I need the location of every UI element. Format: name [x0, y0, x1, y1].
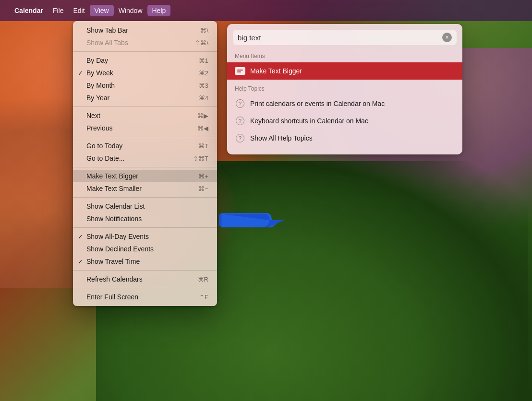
menu-item-shortcut: ⇧⌘T: [193, 155, 208, 162]
menu-item-label: Show Calendar List: [86, 202, 145, 210]
help-section-help-topics-label: Help Topics: [227, 83, 462, 94]
menubar-view[interactable]: View: [90, 5, 114, 16]
help-result-keyboard-shortcuts[interactable]: ? Keyboard shortcuts in Calendar on Mac: [227, 112, 462, 130]
menu-item-label: Go to Date...: [86, 154, 124, 162]
help-result-label: Keyboard shortcuts in Calendar on Mac: [250, 117, 368, 125]
menubar-edit[interactable]: Edit: [68, 5, 89, 16]
menu-item-label: By Week: [86, 69, 113, 77]
menu-item-show-travel-time[interactable]: Show Travel Time: [73, 255, 217, 268]
help-search-panel: × Menu Items Make Text Bigger Help Topic…: [227, 24, 462, 154]
menu-item-label: Show All Tabs: [86, 39, 128, 47]
menu-item-label: Show Declined Events: [86, 245, 154, 253]
menu-item-label: Enter Full Screen: [86, 293, 138, 301]
menu-item-go-to-today[interactable]: Go to Today ⌘T: [73, 140, 217, 152]
menu-item-shortcut: ⌘−: [198, 185, 208, 192]
help-search-clear-button[interactable]: ×: [442, 33, 452, 42]
help-section-menu-items-label: Menu Items: [227, 51, 462, 61]
menu-item-label: Show Tab Bar: [86, 26, 128, 34]
menu-result-icon: [235, 66, 245, 76]
question-circle-icon: ?: [235, 98, 245, 109]
menu-separator: [73, 227, 217, 228]
menu-bar: Calendar File Edit View Window Help: [0, 0, 532, 21]
menu-separator: [73, 288, 217, 288]
help-search-input[interactable]: [238, 34, 438, 42]
question-circle-icon: ?: [235, 116, 245, 126]
menu-item-show-tab-bar[interactable]: Show Tab Bar ⌘\: [73, 24, 217, 36]
help-search-bar: ×: [233, 30, 457, 45]
menu-item-by-month[interactable]: By Month ⌘3: [73, 79, 217, 92]
menu-item-by-day[interactable]: By Day ⌘1: [73, 54, 217, 67]
menu-item-label: By Month: [86, 82, 115, 89]
menu-item-shortcut: ⌘4: [199, 94, 208, 102]
menubar-help[interactable]: Help: [147, 5, 171, 16]
menu-item-shortcut: ⌘▶: [197, 112, 208, 119]
menu-separator: [73, 106, 217, 107]
view-dropdown-menu: Show Tab Bar ⌘\ Show All Tabs ⇧⌘\ By Day…: [73, 21, 217, 306]
help-result-label: Print calendars or events in Calendar on…: [250, 100, 385, 107]
menu-item-show-notifications[interactable]: Show Notifications: [73, 212, 217, 225]
menu-item-shortcut: ⌘R: [198, 276, 208, 283]
menu-item-label: Make Text Bigger: [86, 172, 138, 180]
menu-item-label: Go to Today: [86, 142, 122, 150]
menu-item-label: Next: [86, 112, 100, 119]
menu-item-shortcut: ⌘\: [200, 27, 208, 34]
menu-separator: [73, 51, 217, 52]
menu-item-next[interactable]: Next ⌘▶: [73, 109, 217, 122]
menu-item-by-week[interactable]: By Week ⌘2: [73, 67, 217, 79]
menu-item-show-all-day-events[interactable]: Show All-Day Events: [73, 230, 217, 243]
menubar-file[interactable]: File: [48, 5, 69, 16]
menu-item-enter-full-screen[interactable]: Enter Full Screen ⌃F: [73, 291, 217, 303]
help-result-show-all[interactable]: ? Show All Help Topics: [227, 130, 462, 147]
question-circle-icon: ?: [235, 133, 245, 143]
menu-item-show-calendar-list[interactable]: Show Calendar List: [73, 200, 217, 212]
help-menu-result-make-text-bigger[interactable]: Make Text Bigger: [227, 62, 462, 80]
menu-item-label: Show Notifications: [86, 215, 142, 223]
menu-item-label: Make Text Smaller: [86, 185, 142, 192]
menu-item-label: Show Travel Time: [86, 258, 140, 265]
menu-item-refresh-calendars[interactable]: Refresh Calendars ⌘R: [73, 273, 217, 285]
menu-item-make-text-smaller[interactable]: Make Text Smaller ⌘−: [73, 182, 217, 195]
menu-separator: [73, 270, 217, 271]
help-result-label: Show All Help Topics: [250, 134, 313, 142]
menu-item-shortcut: ⌘1: [199, 57, 208, 64]
menubar-calendar[interactable]: Calendar: [10, 5, 48, 16]
menu-separator: [73, 197, 217, 198]
menu-item-label: Refresh Calendars: [86, 275, 143, 283]
menu-item-label: By Day: [86, 57, 108, 64]
menubar-window[interactable]: Window: [114, 5, 147, 16]
menu-item-shortcut: ⌘◀: [197, 125, 208, 132]
menu-separator: [73, 137, 217, 137]
menu-item-by-year[interactable]: By Year ⌘4: [73, 92, 217, 104]
menu-item-make-text-bigger[interactable]: Make Text Bigger ⌘+: [73, 170, 217, 182]
help-result-print-calendars[interactable]: ? Print calendars or events in Calendar …: [227, 95, 462, 112]
menu-item-show-declined-events[interactable]: Show Declined Events: [73, 243, 217, 255]
menu-item-shortcut: ⌃F: [199, 294, 208, 301]
menu-item-shortcut: ⌘2: [199, 70, 208, 77]
menu-item-previous[interactable]: Previous ⌘◀: [73, 122, 217, 134]
menu-item-shortcut: ⌘+: [198, 173, 208, 180]
menu-item-label: Previous: [86, 124, 112, 132]
menu-separator: [73, 167, 217, 167]
menu-item-go-to-date[interactable]: Go to Date... ⇧⌘T: [73, 152, 217, 165]
menu-item-show-all-tabs[interactable]: Show All Tabs ⇧⌘\: [73, 36, 217, 49]
blue-arrow-indicator: [219, 209, 281, 233]
menu-item-shortcut: ⌘T: [198, 142, 208, 150]
menu-item-label: Show All-Day Events: [86, 233, 149, 240]
menu-item-shortcut: ⇧⌘\: [195, 39, 208, 47]
menu-item-shortcut: ⌘3: [199, 82, 208, 89]
menu-result-label: Make Text Bigger: [250, 67, 302, 75]
menu-item-label: By Year: [86, 94, 109, 102]
